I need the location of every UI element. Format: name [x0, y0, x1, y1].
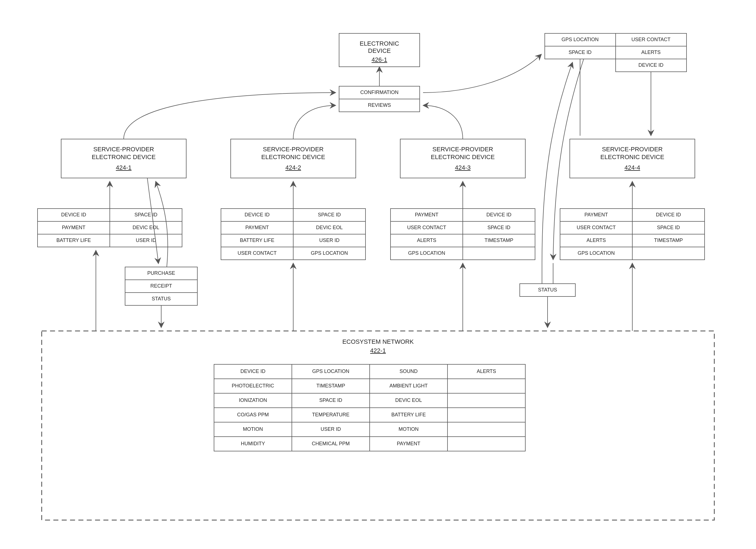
eg-r3c2: SPACE ID: [319, 398, 342, 403]
provider-1: SERVICE-PROVIDER ELECTRONIC DEVICE 424-1: [61, 139, 186, 178]
status-label: STATUS: [538, 287, 557, 293]
g2r3c1: BATTERY LIFE: [240, 237, 274, 243]
eg-r1c1: DEVICE ID: [240, 369, 265, 374]
eg-r4c1: CO/GAS PPM: [237, 412, 269, 418]
eg-r6c3: PAYMENT: [397, 441, 420, 446]
provider-4-ref: 424-4: [625, 164, 640, 171]
svg-rect-62: [447, 379, 525, 393]
eg-r4c3: BATTERY LIFE: [391, 412, 426, 418]
electronic-device-title: ELECTRONIC: [360, 40, 399, 47]
svg-text:SERVICE-PROVIDER: SERVICE-PROVIDER: [602, 146, 663, 153]
g2r4c2: GPS LOCATION: [311, 250, 348, 256]
g3r3c2: TIMESTAMP: [484, 237, 513, 243]
g4r2c2: SPACE ID: [657, 225, 680, 230]
eg-r1c2: GPS LOCATION: [312, 369, 349, 374]
g2r2c1: PAYMENT: [245, 225, 269, 230]
tr-spaceid: SPACE ID: [569, 49, 592, 55]
svg-text:ELECTRONIC DEVICE: ELECTRONIC DEVICE: [431, 153, 495, 160]
confirmation-label: CONFIRMATION: [360, 89, 399, 95]
eg-r6c2: CHEMICAL PPM: [312, 441, 350, 446]
provider-3-ref: 424-3: [455, 164, 471, 171]
g3r1c2: DEVICE ID: [486, 212, 511, 217]
tr-deviceid: DEVICE ID: [638, 62, 663, 68]
tr-gps: GPS LOCATION: [561, 37, 599, 42]
eg-r1c4: ALERTS: [477, 369, 496, 374]
g4r1c1: PAYMENT: [585, 212, 608, 217]
eg-r1c3: SOUND: [399, 369, 417, 374]
tr-usercontact: USER CONTACT: [631, 37, 671, 42]
eg-r2c3: AMBIENT LIGHT: [389, 383, 428, 389]
g1r2c2: DEVIC EOL: [133, 225, 159, 230]
svg-text:DEVICE: DEVICE: [368, 47, 391, 54]
svg-rect-50: [632, 247, 705, 260]
status-cell: STATUS: [520, 284, 575, 297]
provider-1-ref: 424-1: [116, 164, 131, 171]
eg-r5c2: USER ID: [320, 426, 341, 432]
svg-text:SERVICE-PROVIDER: SERVICE-PROVIDER: [93, 146, 154, 153]
electronic-device-ref: 426-1: [372, 56, 387, 63]
g1r3c2: USER ID: [136, 237, 156, 243]
g4r2c1: USER CONTACT: [577, 225, 616, 230]
arrow-p2-rev: [293, 105, 336, 139]
eg-r6c1: HUMIDITY: [241, 441, 265, 446]
electronic-device-box: ELECTRONIC DEVICE 426-1: [339, 33, 420, 67]
grid-3: PAYMENT DEVICE ID USER CONTACT SPACE ID …: [391, 208, 535, 260]
g1r1c2: SPACE ID: [135, 212, 158, 217]
ecosystem-ref: 422-1: [370, 347, 386, 354]
svg-rect-42: [463, 247, 535, 260]
g3r3c1: ALERTS: [417, 237, 436, 243]
confirmation-reviews: CONFIRMATION REVIEWS: [339, 86, 420, 112]
svg-rect-66: [447, 393, 525, 408]
arrow-p3-rev: [423, 105, 463, 139]
stack-purchase: PURCHASE: [147, 270, 175, 276]
tr-alerts: ALERTS: [641, 49, 661, 55]
grid-4: PAYMENT DEVICE ID USER CONTACT SPACE ID …: [560, 208, 705, 260]
g2r3c2: USER ID: [319, 237, 339, 243]
ecosystem-grid: DEVICE ID GPS LOCATION SOUND ALERTS PHOT…: [214, 364, 525, 451]
g4r3c1: ALERTS: [586, 237, 606, 243]
svg-rect-78: [447, 437, 525, 451]
g4r1c2: DEVICE ID: [656, 212, 681, 217]
provider-4: SERVICE-PROVIDER ELECTRONIC DEVICE 424-4: [570, 139, 695, 178]
svg-rect-74: [447, 422, 525, 437]
g4r4c1: GPS LOCATION: [578, 250, 615, 256]
purchase-stack: PURCHASE RECEIPT STATUS: [125, 267, 197, 306]
svg-rect-70: [447, 408, 525, 422]
eg-r2c1: PHOTOELECTRIC: [232, 383, 274, 389]
g3r2c2: SPACE ID: [488, 225, 511, 230]
g2r1c2: SPACE ID: [318, 212, 341, 217]
eg-r3c1: IONIZATION: [239, 398, 267, 403]
svg-text:SERVICE-PROVIDER: SERVICE-PROVIDER: [263, 146, 324, 153]
g3r1c1: PAYMENT: [415, 212, 438, 217]
eg-r3c3: DEVIC EOL: [395, 398, 422, 403]
stack-status: STATUS: [152, 296, 171, 302]
svg-text:ELECTRONIC DEVICE: ELECTRONIC DEVICE: [92, 153, 156, 160]
reviews-label: REVIEWS: [368, 102, 391, 108]
eg-r4c2: TEMPERATURE: [312, 412, 350, 418]
g3r2c1: USER CONTACT: [407, 225, 446, 230]
g3r4c1: GPS LOCATION: [408, 250, 445, 256]
top-right-grid: GPS LOCATION USER CONTACT SPACE ID ALERT…: [545, 33, 687, 72]
arrow-p1-conf: [124, 93, 336, 139]
eg-r2c2: TIMESTAMP: [316, 383, 345, 389]
g4r3c2: TIMESTAMP: [654, 237, 683, 243]
g1r1c1: DEVICE ID: [61, 212, 86, 217]
eg-r5c1: MOTION: [243, 426, 263, 432]
g2r2c2: DEVIC EOL: [316, 225, 343, 230]
stack-receipt: RECEIPT: [150, 283, 172, 289]
svg-text:ELECTRONIC DEVICE: ELECTRONIC DEVICE: [600, 153, 664, 160]
grid-1: DEVICE ID SPACE ID PAYMENT DEVIC EOL BAT…: [38, 208, 182, 247]
g2r1c1: DEVICE ID: [245, 212, 270, 217]
provider-2-ref: 424-2: [285, 164, 301, 171]
svg-text:SERVICE-PROVIDER: SERVICE-PROVIDER: [432, 146, 493, 153]
provider-2: SERVICE-PROVIDER ELECTRONIC DEVICE 424-2: [231, 139, 356, 178]
g1r3c1: BATTERY LIFE: [56, 237, 91, 243]
grid-2: DEVICE ID SPACE ID PAYMENT DEVIC EOL BAT…: [221, 208, 365, 260]
svg-text:ELECTRONIC DEVICE: ELECTRONIC DEVICE: [261, 153, 325, 160]
provider-3: SERVICE-PROVIDER ELECTRONIC DEVICE 424-3: [400, 139, 525, 178]
eg-r5c3: MOTION: [399, 426, 419, 432]
g2r4c1: USER CONTACT: [238, 250, 277, 256]
arrow-conf-to-tr: [423, 54, 541, 93]
ecosystem-title: ECOSYSTEM NETWORK: [342, 338, 414, 345]
g1r2c1: PAYMENT: [62, 225, 85, 230]
